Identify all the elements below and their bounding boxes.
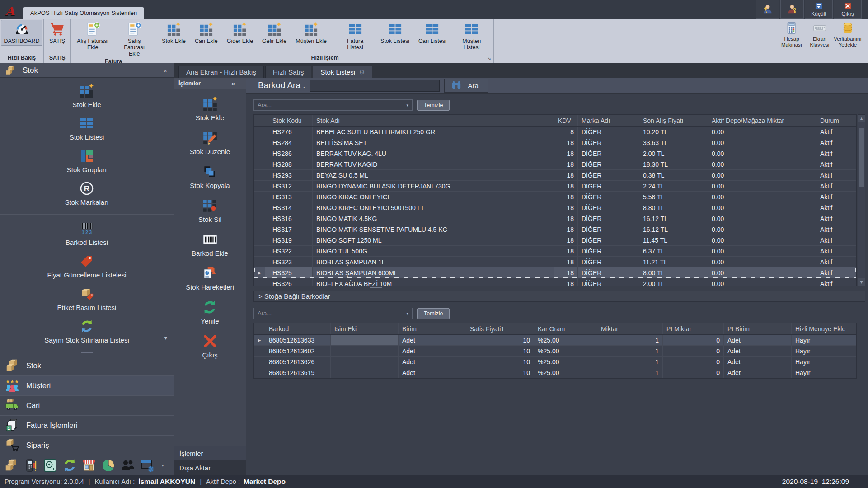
stock-table-row[interactable]: ▶ HS326 BIOFLEX AĞDA BEZİ 10M 18 DİĞER 2… xyxy=(254,278,856,286)
barcode-table-row[interactable]: ▶ 8680512613626 Adet 10 %25.00 1 0 Adet xyxy=(254,357,856,367)
action-item[interactable]: Yenile xyxy=(201,299,219,325)
sidebar-item[interactable]: Sayım Stok Sıfırlama Listesi xyxy=(0,319,174,344)
column-header[interactable]: Kar Oranı xyxy=(534,323,597,334)
barcode-table-row[interactable]: ▶ 8680512613633 Adet 10 %25.00 1 0 Adet xyxy=(254,335,856,346)
actions-footer-tab-islemler[interactable]: İşlemler xyxy=(174,446,246,460)
satis-faturasi-ekle-button[interactable]: Satış Faturası Ekle xyxy=(113,20,155,58)
action-item[interactable]: Stok Sil xyxy=(198,197,221,223)
clear-filter-button[interactable]: Temizle xyxy=(417,100,450,111)
stock-table-row[interactable]: ▶ HS284 BELLİSSİMA SET 18 DİĞER 33.63 TL… xyxy=(254,137,856,148)
stock-table-scrollbar[interactable]: ▲ ▼ xyxy=(858,114,865,286)
stock-table-row[interactable]: ▶ HS312 BINGO DYNAMIC BULASIK DETERJANI … xyxy=(254,181,856,192)
scroll-up-arrow[interactable]: ▲ xyxy=(858,115,865,122)
stok-ekle-button[interactable]: Stok Ekle xyxy=(157,20,190,46)
column-header[interactable]: Aktif Depo/Mağaza Miktar xyxy=(708,115,816,126)
column-header[interactable]: Isim Eki xyxy=(331,323,399,334)
strip-icon[interactable] xyxy=(81,458,97,473)
strip-icon[interactable] xyxy=(42,458,58,473)
window-title-tab[interactable]: AkPOS Hızlı Satış Otomasyon Sistemleri xyxy=(23,7,144,19)
scroll-down-arrow[interactable]: ▼ xyxy=(858,278,865,286)
strip-icon[interactable] xyxy=(101,458,116,473)
sidebar-nav-item[interactable]: Müşteri xyxy=(0,375,174,395)
stock-table-row[interactable]: ▶ HS322 BINGO TUL 500G 18 DİĞER 6.37 TL … xyxy=(254,246,856,257)
scrollbar-thumb[interactable] xyxy=(859,128,864,187)
action-item[interactable]: Stok Kopyala xyxy=(190,164,230,189)
barcode-table-row[interactable]: ▶ 8680512613619 Adet 10 %25.00 1 0 Adet xyxy=(254,367,856,378)
stock-table-row[interactable]: ▶ HS314 BINGO KIREC ONLEYICI 500+500 LT … xyxy=(254,202,856,213)
tab-hizli-satis[interactable]: Hızlı Satış xyxy=(265,66,311,78)
search-button[interactable]: Ara xyxy=(444,79,488,93)
sidebar-nav-item[interactable]: Stok xyxy=(0,356,174,375)
sidebar-nav-item[interactable]: Fatura İşlemleri xyxy=(0,415,174,435)
exit-button[interactable]: Çıkış xyxy=(834,0,862,19)
column-header[interactable]: Stok Kodu xyxy=(265,115,313,126)
scrollbar-track[interactable] xyxy=(858,122,865,278)
minimize-button[interactable]: Küçült xyxy=(805,0,833,19)
stock-table-row[interactable]: ▶ HS316 BINGO MATIK 4.5KG 18 DİĞER 16.12… xyxy=(254,213,856,224)
column-header[interactable]: Barkod xyxy=(265,323,331,334)
action-item[interactable]: Stok Düzenle xyxy=(190,130,230,155)
sidebar-item[interactable]: Stok Ekle xyxy=(0,83,174,108)
column-header[interactable]: PI Miktar xyxy=(663,323,724,334)
sidebar-item[interactable]: Etiket Basım Listesi xyxy=(0,286,174,311)
cari-ekle-button[interactable]: Cari Ekle xyxy=(190,20,222,46)
stock-table-row[interactable]: ▶ HS293 BEYAZ SU 0,5 ML 18 DİĞER 0.38 TL… xyxy=(254,170,856,181)
strip-overflow-caret[interactable]: ▾ xyxy=(162,463,164,468)
stock-table-row[interactable]: ▶ HS286 BERRAK TUV.KAG. 4LU 18 DİĞER 2.0… xyxy=(254,148,856,159)
column-header[interactable]: Birim xyxy=(399,323,466,334)
sidebar-nav-item[interactable]: Cari xyxy=(0,395,174,415)
ekran-klavyesi-button[interactable]: Ekran Klavyesi xyxy=(806,20,834,48)
stock-table-row[interactable]: ▶ HS317 BINGO MATIK SENSETIVE PAFUMLU 4.… xyxy=(254,224,856,235)
barcode-search-input[interactable] xyxy=(310,80,440,92)
strip-icon[interactable] xyxy=(62,458,77,473)
strip-icon[interactable] xyxy=(23,458,38,473)
actions-collapse-button[interactable]: « xyxy=(231,80,235,87)
sidebar-item[interactable]: Stok Markaları xyxy=(0,181,174,206)
satis-button[interactable]: SATIŞ xyxy=(45,20,70,46)
column-header[interactable]: PI Birim xyxy=(724,323,792,334)
action-item[interactable]: Stok Ekle xyxy=(196,96,224,122)
fatura-listesi-button[interactable]: Fatura Listesi xyxy=(334,20,376,52)
dashboard-button[interactable]: DASHBOARD xyxy=(1,20,42,46)
sidebar-collapse-button[interactable]: « xyxy=(164,66,167,74)
strip-icon[interactable] xyxy=(4,458,19,473)
stock-table-row[interactable]: ▶ HS325 BIOBLAS ŞAMPUAN 600ML 18 DİĞER 8… xyxy=(254,267,856,278)
stock-table-row[interactable]: ▶ HS319 BINGO SOFT 1250 ML 18 DİĞER 11.4… xyxy=(254,235,856,246)
strip-icon[interactable] xyxy=(140,458,155,473)
musteri-ekle-button[interactable]: Müşteri Ekle xyxy=(291,20,331,46)
clear-filter-button[interactable]: Temizle xyxy=(417,308,450,319)
ribbon-group-launcher[interactable]: ↘ xyxy=(487,56,491,61)
stock-table-row[interactable]: ▶ HS323 BIOBLAS ŞAMPUAN 1L 18 DİĞER 11.2… xyxy=(254,257,856,267)
sidebar-item[interactable]: Fiyat Güncelleme Listelesi xyxy=(0,253,174,279)
stock-table-row[interactable]: ▶ HS313 BINGO KIRAC ONLEYICI 18 DİĞER 5.… xyxy=(254,192,856,202)
column-header[interactable]: Stok Adı xyxy=(313,115,554,126)
sidebar-resize-handle[interactable] xyxy=(0,351,174,356)
tab-stok-listesi[interactable]: Stok Listesi ⊖ xyxy=(313,66,372,78)
actions-footer-tab-disa-aktar[interactable]: Dışa Aktar xyxy=(174,460,246,475)
veritabani-yedekle-button[interactable]: Veritabanını Yedekle xyxy=(834,20,862,48)
stok-listesi-button[interactable]: Stok Listesi xyxy=(376,20,414,46)
cari-listesi-button[interactable]: Cari Listesi xyxy=(414,20,451,46)
panel-splitter[interactable] xyxy=(253,286,865,291)
tab-ana-ekran[interactable]: Ana Ekran - Hızlı Bakış xyxy=(178,66,264,78)
column-header[interactable]: Durum xyxy=(816,115,856,126)
column-header[interactable]: KDV xyxy=(554,115,578,126)
user-permissions-button[interactable] xyxy=(780,0,804,19)
column-header[interactable]: Miktar xyxy=(597,323,663,334)
gider-ekle-button[interactable]: Gider Ekle xyxy=(222,20,258,46)
stock-table-row[interactable]: ▶ HS288 BERRAK TUV.KAGID 18 DİĞER 18.30 … xyxy=(254,159,856,170)
tab-close-icon[interactable]: ⊖ xyxy=(359,68,365,75)
user-switch-button[interactable] xyxy=(756,0,779,19)
musteri-listesi-button[interactable]: Müşteri Listesi xyxy=(451,20,493,52)
sidebar-item[interactable]: Stok Listesi xyxy=(0,116,174,141)
stock-filter-dropdown[interactable]: Ara... ▾ xyxy=(253,99,413,111)
action-item[interactable]: Çıkış xyxy=(202,333,218,359)
action-item[interactable]: Stok Hareketleri xyxy=(186,265,234,291)
strip-icon[interactable] xyxy=(120,458,136,473)
sidebar-item[interactable]: Stok Grupları xyxy=(0,148,174,174)
action-item[interactable]: Barkod Ekle xyxy=(192,231,228,257)
barcode-filter-dropdown[interactable]: Ara... ▾ xyxy=(253,308,413,319)
column-header[interactable]: Son Alış Fiyatı xyxy=(639,115,708,126)
barcode-table-row[interactable]: ▶ 8680512613602 Adet 10 %25.00 1 0 Adet xyxy=(254,346,856,357)
gelir-ekle-button[interactable]: Gelir Ekle xyxy=(258,20,291,46)
